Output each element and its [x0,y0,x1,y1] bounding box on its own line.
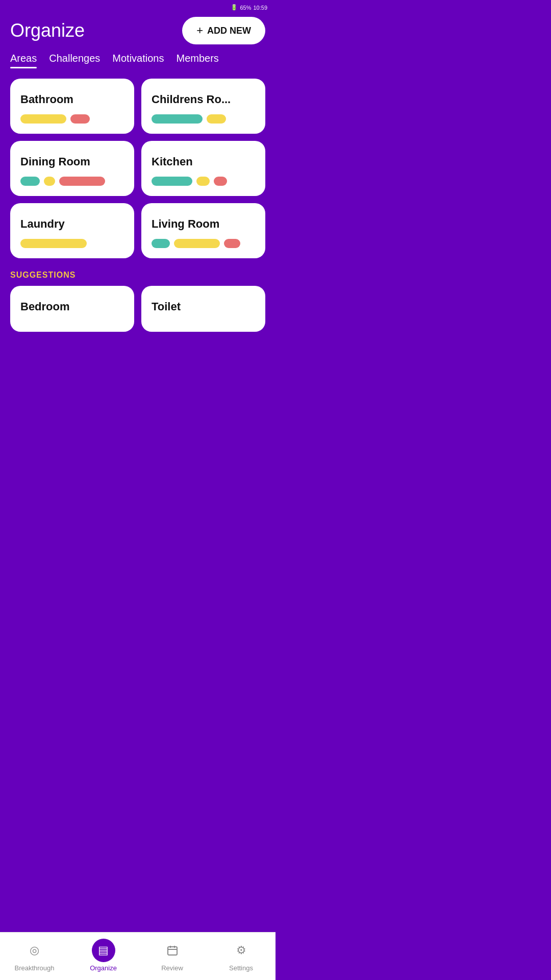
tabs: Areas Challenges Motivations Members [0,53,276,68]
tag-teal [20,177,40,186]
tab-challenges[interactable]: Challenges [49,53,100,68]
area-card-dining-room[interactable]: Dining Room [10,141,134,196]
tab-motivations[interactable]: Motivations [112,53,164,68]
suggestion-title-bedroom: Bedroom [20,300,124,313]
tag-yellow [20,239,87,248]
suggestions-label: SUGGESTIONS [0,271,276,286]
tag-teal [152,239,170,248]
battery-icon: 🔋 [231,4,238,11]
suggestions-grid: Bedroom Toilet [0,286,276,332]
tag-yellow [20,114,66,124]
battery-percent: 65% [240,5,251,11]
suggestion-title-toilet: Toilet [152,300,255,313]
tag-red [214,177,227,186]
tag-red [59,177,105,186]
add-new-label: ADD NEW [207,26,251,36]
area-tags-living-room [152,239,255,248]
header: Organize + ADD NEW [0,13,276,53]
tag-teal [152,114,203,124]
tag-yellow [196,177,210,186]
area-card-kitchen[interactable]: Kitchen [141,141,265,196]
tab-members[interactable]: Members [176,53,218,68]
tag-red [70,114,90,124]
tab-areas[interactable]: Areas [10,53,37,68]
area-tags-dining-room [20,177,124,186]
area-card-bathroom[interactable]: Bathroom [10,79,134,134]
area-card-childrens-room[interactable]: Childrens Ro... [141,79,265,134]
area-title-dining-room: Dining Room [20,155,124,168]
area-tags-bathroom [20,114,124,124]
area-tags-kitchen [152,177,255,186]
status-icons: 🔋 65% 10:59 [231,4,267,11]
area-title-kitchen: Kitchen [152,155,255,168]
suggestion-card-toilet[interactable]: Toilet [141,286,265,332]
tag-yellow [44,177,55,186]
tag-red [224,239,240,248]
area-tags-laundry [20,239,124,248]
area-title-childrens-room: Childrens Ro... [152,93,255,106]
plus-icon: + [196,24,203,37]
area-card-living-room[interactable]: Living Room [141,203,265,258]
time: 10:59 [253,5,267,11]
add-new-button[interactable]: + ADD NEW [182,17,265,44]
status-bar: 🔋 65% 10:59 [0,0,276,13]
area-title-laundry: Laundry [20,217,124,231]
area-tags-childrens-room [152,114,255,124]
page-title: Organize [10,20,85,41]
tag-yellow [174,239,220,248]
area-title-living-room: Living Room [152,217,255,231]
tag-yellow [207,114,226,124]
area-title-bathroom: Bathroom [20,93,124,106]
suggestion-card-bedroom[interactable]: Bedroom [10,286,134,332]
tag-teal [152,177,192,186]
areas-grid: Bathroom Childrens Ro... Dining Room [0,79,276,258]
area-card-laundry[interactable]: Laundry [10,203,134,258]
